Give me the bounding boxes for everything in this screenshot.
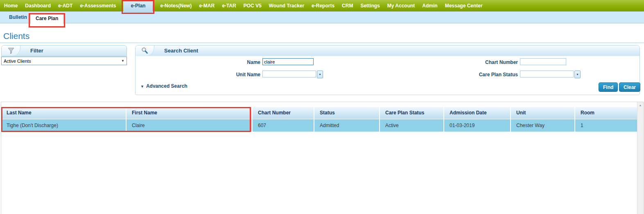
- unit-name-dropdown-button[interactable]: ▼: [317, 71, 323, 78]
- cell-status: Admitted: [314, 119, 380, 132]
- nav-item-crm[interactable]: CRM: [342, 3, 353, 9]
- search-client-panel: Search Client Name Chart Number Unit Nam…: [135, 45, 640, 95]
- chart-number-input[interactable]: [520, 58, 566, 65]
- subnav-item-bulletin[interactable]: Bulletin: [9, 11, 27, 23]
- clients-table-container: Last Name First Name Chart Number Status…: [1, 102, 644, 214]
- filter-panel-title: Filter: [30, 48, 43, 54]
- cell-care-plan-status: Active: [380, 119, 444, 132]
- nav-item-message-center[interactable]: Message Center: [445, 3, 483, 9]
- cell-unit: Chester Way: [511, 119, 575, 132]
- care-plan-status-label: Care Plan Status: [436, 72, 518, 77]
- table-header-row: Last Name First Name Chart Number Status…: [1, 107, 637, 119]
- page-title-section: Clients: [0, 29, 644, 43]
- nav-item-e-plan-label: e-Plan: [131, 3, 145, 9]
- filter-icon-badge: [2, 46, 20, 56]
- filter-panel-header: Filter: [1, 45, 127, 56]
- cell-chart-number: 607: [253, 119, 314, 132]
- name-input[interactable]: [262, 58, 314, 65]
- name-label: Name: [179, 59, 260, 65]
- subnav-tab-care-plan[interactable]: Care Plan: [30, 14, 63, 24]
- search-panel-body: Name Chart Number Unit Name ▼ Care Plan …: [136, 56, 639, 95]
- clients-table: Last Name First Name Chart Number Status…: [1, 107, 637, 132]
- unit-name-combo: ▼: [262, 71, 323, 78]
- filter-select-arrow-icon: ▼: [121, 59, 124, 63]
- column-header-care-plan-status[interactable]: Care Plan Status: [380, 107, 444, 119]
- column-header-status[interactable]: Status: [314, 107, 380, 119]
- table-row-client[interactable]: Tighe (Don't Discharge) Claire 607 Admit…: [1, 119, 637, 132]
- nav-item-e-plan-active[interactable]: e-Plan: [123, 0, 153, 14]
- nav-item-e-tar[interactable]: e-TAR: [222, 3, 236, 9]
- page-title: Clients: [3, 31, 29, 41]
- nav-item-home[interactable]: Home: [4, 3, 18, 9]
- care-plan-status-combo: ▼: [520, 71, 581, 78]
- unit-name-input[interactable]: [262, 71, 316, 77]
- nav-item-e-notes-new[interactable]: e-Notes(New): [160, 3, 192, 9]
- vertical-scrollbar[interactable]: ▲: [637, 102, 643, 214]
- search-icon: [141, 47, 148, 54]
- clients-page: { "nav": { "items": ["Home","Dashboard",…: [0, 0, 644, 214]
- search-panel-header: Search Client: [136, 46, 639, 56]
- subnav-care-plan-label: Care Plan: [36, 16, 58, 21]
- cell-admission-date: 01-03-2019: [444, 119, 511, 132]
- nav-item-my-account[interactable]: My Account: [387, 3, 415, 9]
- nav-item-e-mar[interactable]: e-MAR: [199, 3, 215, 9]
- chart-number-label: Chart Number: [436, 59, 518, 65]
- nav-item-settings[interactable]: Settings: [360, 3, 380, 9]
- find-button[interactable]: Find: [599, 82, 618, 92]
- care-plan-status-input[interactable]: [520, 71, 574, 77]
- nav-item-e-assessments[interactable]: e-Assessments: [80, 3, 116, 9]
- top-nav-bar: Home Dashboard e-ADT e-Assessments e-Pla…: [0, 0, 644, 11]
- cell-last-name: Tighe (Don't Discharge): [1, 119, 127, 132]
- care-plan-status-dropdown-button[interactable]: ▼: [574, 71, 581, 78]
- column-header-chart-number[interactable]: Chart Number: [253, 107, 314, 119]
- search-icon-badge: [136, 46, 154, 56]
- triangle-down-icon: ▼: [140, 84, 144, 89]
- advanced-search-label: Advanced Search: [146, 83, 188, 89]
- filter-select-value: Active Clients: [4, 59, 31, 64]
- scroll-up-icon[interactable]: ▲: [637, 104, 643, 107]
- nav-item-wound-tracker[interactable]: Wound Tracker: [269, 3, 304, 9]
- column-header-first-name[interactable]: First Name: [127, 107, 253, 119]
- column-header-unit[interactable]: Unit: [511, 107, 575, 119]
- column-header-room[interactable]: Room: [575, 107, 637, 119]
- column-header-last-name[interactable]: Last Name: [1, 107, 127, 119]
- nav-item-dashboard[interactable]: Dashboard: [25, 3, 51, 9]
- unit-name-label: Unit Name: [179, 72, 260, 77]
- advanced-search-toggle[interactable]: ▼Advanced Search: [140, 83, 188, 89]
- sub-nav-bar: Bulletin Care Plan: [0, 11, 644, 23]
- filter-select[interactable]: Active Clients ▼: [1, 57, 127, 65]
- cell-first-name: Claire: [127, 119, 253, 132]
- column-header-admission-date[interactable]: Admission Date: [444, 107, 511, 119]
- search-panel-title: Search Client: [164, 48, 198, 54]
- nav-item-admin[interactable]: Admin: [422, 3, 437, 9]
- filter-panel: Filter Active Clients ▼: [1, 45, 127, 65]
- nav-item-e-adt[interactable]: e-ADT: [58, 3, 72, 9]
- cell-room: 1: [575, 119, 637, 132]
- funnel-icon: [8, 48, 14, 54]
- clear-button[interactable]: Clear: [619, 82, 640, 92]
- nav-item-poc-v5[interactable]: POC V5: [244, 3, 262, 9]
- nav-item-e-reports[interactable]: e-Reports: [312, 3, 334, 9]
